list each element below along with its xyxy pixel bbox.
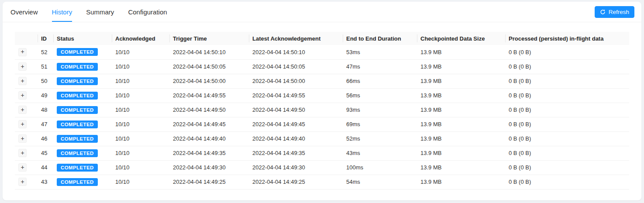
table-row: + 52 COMPLETED 10/10 2022-04-04 14:50:10…: [15, 45, 629, 59]
cell-status: COMPLETED: [53, 45, 112, 59]
cell-id: 49: [38, 88, 53, 103]
cell-id: 50: [38, 74, 53, 88]
expand-row-button[interactable]: +: [18, 62, 27, 71]
cell-processed-in-flight: 0 B (0 B): [505, 45, 629, 59]
cell-id: 46: [38, 131, 53, 146]
column-header: Latest Acknowledgement: [249, 32, 343, 45]
cell-latest-acknowledgement: 2022-04-04 14:49:35: [249, 146, 343, 160]
cell-checkpointed-data-size: 13.9 MB: [417, 146, 505, 160]
tab-configuration[interactable]: Configuration: [128, 2, 167, 22]
expand-row-button[interactable]: +: [18, 163, 27, 172]
refresh-button[interactable]: Refresh: [595, 6, 634, 18]
status-badge: COMPLETED: [57, 135, 98, 143]
column-header: End to End Duration: [343, 32, 417, 45]
cell-end-to-end-duration: 93ms: [343, 103, 417, 117]
status-badge: COMPLETED: [57, 92, 98, 100]
expand-row-button[interactable]: +: [18, 134, 27, 143]
cell-trigger-time: 2022-04-04 14:49:25: [169, 175, 249, 189]
cell-acknowledged: 10/10: [112, 146, 169, 160]
column-header: Checkpointed Data Size: [417, 32, 505, 45]
cell-processed-in-flight: 0 B (0 B): [505, 103, 629, 117]
table-row: + 50 COMPLETED 10/10 2022-04-04 14:50:00…: [15, 74, 629, 88]
expand-row-button[interactable]: +: [18, 106, 27, 114]
cell-expand: +: [15, 175, 38, 189]
cell-latest-acknowledgement: 2022-04-04 14:49:50: [249, 103, 343, 117]
cell-trigger-time: 2022-04-04 14:49:35: [169, 146, 249, 160]
cell-id: 48: [38, 103, 53, 117]
cell-expand: +: [15, 117, 38, 131]
tab-bar: OverviewHistorySummaryConfiguration Refr…: [3, 2, 641, 22]
cell-checkpointed-data-size: 13.9 MB: [417, 117, 505, 131]
table-header-row: IDStatusAcknowledgedTrigger TimeLatest A…: [15, 32, 629, 45]
cell-acknowledged: 10/10: [112, 103, 169, 117]
column-header: [15, 32, 38, 45]
cell-processed-in-flight: 0 B (0 B): [505, 117, 629, 131]
cell-status: COMPLETED: [53, 74, 112, 88]
cell-trigger-time: 2022-04-04 14:50:10: [169, 45, 249, 59]
status-badge: COMPLETED: [57, 63, 98, 71]
cell-trigger-time: 2022-04-04 14:49:45: [169, 117, 249, 131]
cell-id: 51: [38, 59, 53, 74]
cell-trigger-time: 2022-04-04 14:49:30: [169, 160, 249, 175]
cell-acknowledged: 10/10: [112, 175, 169, 189]
cell-checkpointed-data-size: 13.9 MB: [417, 59, 505, 74]
cell-id: 43: [38, 175, 53, 189]
cell-acknowledged: 10/10: [112, 131, 169, 146]
tabs: OverviewHistorySummaryConfiguration: [10, 2, 167, 22]
cell-status: COMPLETED: [53, 103, 112, 117]
cell-expand: +: [15, 103, 38, 117]
expand-row-button[interactable]: +: [18, 77, 27, 85]
expand-row-button[interactable]: +: [18, 149, 27, 157]
cell-checkpointed-data-size: 13.9 MB: [417, 45, 505, 59]
column-header: Acknowledged: [112, 32, 169, 45]
table-row: + 45 COMPLETED 10/10 2022-04-04 14:49:35…: [15, 146, 629, 160]
cell-expand: +: [15, 45, 38, 59]
tab-overview[interactable]: Overview: [10, 2, 38, 22]
checkpoint-history-table: IDStatusAcknowledgedTrigger TimeLatest A…: [15, 32, 629, 189]
cell-status: COMPLETED: [53, 117, 112, 131]
cell-end-to-end-duration: 43ms: [343, 146, 417, 160]
column-header: Processed (persisted) in-flight data: [505, 32, 629, 45]
expand-row-button[interactable]: +: [18, 48, 27, 56]
cell-processed-in-flight: 0 B (0 B): [505, 160, 629, 175]
cell-processed-in-flight: 0 B (0 B): [505, 131, 629, 146]
cell-end-to-end-duration: 47ms: [343, 59, 417, 74]
tab-summary[interactable]: Summary: [86, 2, 114, 22]
cell-acknowledged: 10/10: [112, 160, 169, 175]
cell-checkpointed-data-size: 13.9 MB: [417, 88, 505, 103]
status-badge: COMPLETED: [57, 164, 98, 172]
cell-status: COMPLETED: [53, 88, 112, 103]
table-row: + 46 COMPLETED 10/10 2022-04-04 14:49:40…: [15, 131, 629, 146]
cell-latest-acknowledgement: 2022-04-04 14:49:25: [249, 175, 343, 189]
cell-processed-in-flight: 0 B (0 B): [505, 146, 629, 160]
cell-id: 45: [38, 146, 53, 160]
cell-checkpointed-data-size: 13.9 MB: [417, 160, 505, 175]
cell-expand: +: [15, 146, 38, 160]
column-header: Trigger Time: [169, 32, 249, 45]
cell-processed-in-flight: 0 B (0 B): [505, 59, 629, 74]
checkpoints-panel: OverviewHistorySummaryConfiguration Refr…: [3, 2, 641, 200]
expand-row-button[interactable]: +: [18, 91, 27, 100]
cell-expand: +: [15, 88, 38, 103]
cell-status: COMPLETED: [53, 59, 112, 74]
expand-row-button[interactable]: +: [18, 120, 27, 128]
cell-checkpointed-data-size: 13.9 MB: [417, 175, 505, 189]
cell-status: COMPLETED: [53, 131, 112, 146]
cell-end-to-end-duration: 54ms: [343, 175, 417, 189]
expand-row-button[interactable]: +: [18, 178, 27, 186]
table-row: + 43 COMPLETED 10/10 2022-04-04 14:49:25…: [15, 175, 629, 189]
cell-processed-in-flight: 0 B (0 B): [505, 88, 629, 103]
status-badge: COMPLETED: [57, 178, 98, 186]
cell-expand: +: [15, 59, 38, 74]
table-container: IDStatusAcknowledgedTrigger TimeLatest A…: [3, 22, 641, 189]
tab-history[interactable]: History: [52, 2, 72, 22]
cell-checkpointed-data-size: 13.9 MB: [417, 74, 505, 88]
column-header: ID: [38, 32, 53, 45]
cell-status: COMPLETED: [53, 160, 112, 175]
cell-end-to-end-duration: 56ms: [343, 88, 417, 103]
cell-end-to-end-duration: 100ms: [343, 160, 417, 175]
status-badge: COMPLETED: [57, 77, 98, 85]
cell-latest-acknowledgement: 2022-04-04 14:50:05: [249, 59, 343, 74]
cell-expand: +: [15, 160, 38, 175]
status-badge: COMPLETED: [57, 120, 98, 128]
